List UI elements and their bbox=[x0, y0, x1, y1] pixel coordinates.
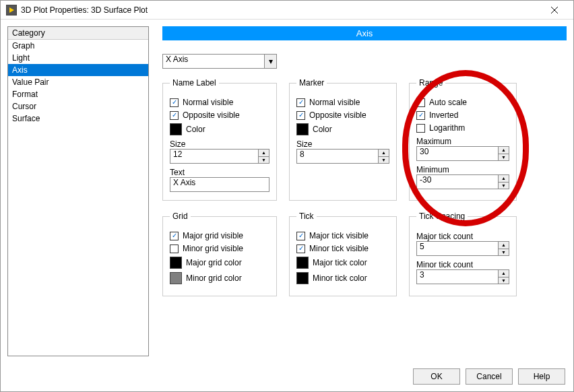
panel-title: Axis bbox=[162, 26, 567, 40]
checkbox-namelabel-normal[interactable] bbox=[170, 98, 179, 107]
label-tickspacing-major: Major tick count bbox=[416, 232, 509, 241]
window-title: 3D Plot Properties: 3D Surface Plot bbox=[21, 5, 148, 15]
input-tickspacing-major[interactable]: 5 ▲▼ bbox=[416, 241, 509, 256]
category-item-cursor[interactable]: Cursor bbox=[8, 100, 148, 112]
label-range-max: Maximum bbox=[416, 137, 509, 146]
main-panel: Axis X Axis ▾ Name Label Normal visible … bbox=[162, 26, 567, 356]
input-namelabel-text[interactable]: X Axis bbox=[170, 177, 269, 192]
axis-selector-value: X Axis bbox=[166, 55, 188, 64]
help-button[interactable]: Help bbox=[518, 368, 565, 385]
checkbox-range-logarithm[interactable] bbox=[416, 124, 425, 133]
category-item-axis[interactable]: Axis bbox=[8, 64, 148, 76]
label-tick-major: Major tick visible bbox=[309, 231, 369, 240]
label-marker-size: Size bbox=[296, 139, 389, 149]
checkbox-grid-major[interactable] bbox=[170, 232, 179, 240]
label-namelabel-opposite: Opposite visible bbox=[183, 110, 240, 120]
checkbox-namelabel-opposite[interactable] bbox=[170, 111, 179, 120]
category-item-graph[interactable]: Graph bbox=[8, 40, 148, 52]
color-swatch-tick-minor[interactable] bbox=[296, 272, 309, 284]
spinner-icon[interactable]: ▲▼ bbox=[258, 150, 269, 163]
color-swatch-grid-minor[interactable] bbox=[170, 272, 182, 284]
checkbox-marker-opposite[interactable] bbox=[296, 111, 305, 120]
titlebar: 3D Plot Properties: 3D Surface Plot bbox=[1, 1, 573, 20]
axis-selector[interactable]: X Axis ▾ bbox=[162, 54, 277, 69]
category-item-light[interactable]: Light bbox=[8, 52, 148, 64]
label-range-min: Minimum bbox=[416, 165, 509, 174]
checkbox-range-autoscale[interactable] bbox=[416, 98, 425, 107]
label-namelabel-color: Color bbox=[186, 125, 205, 134]
checkbox-tick-minor[interactable] bbox=[296, 244, 305, 253]
category-tree: Category GraphLightAxisValue PairFormatC… bbox=[7, 26, 149, 356]
color-swatch-marker[interactable] bbox=[296, 123, 309, 135]
checkbox-grid-minor[interactable] bbox=[170, 244, 179, 253]
label-tick-major-color: Major tick color bbox=[313, 258, 367, 267]
input-range-min[interactable]: -30 ▲▼ bbox=[416, 174, 509, 189]
label-grid-major-color: Major grid color bbox=[186, 258, 242, 267]
spinner-icon[interactable]: ▲▼ bbox=[498, 175, 509, 189]
label-tick-minor-color: Minor tick color bbox=[313, 273, 367, 283]
input-marker-size[interactable]: 8 ▲▼ bbox=[296, 149, 389, 164]
input-namelabel-size[interactable]: 12 ▲▼ bbox=[170, 149, 269, 164]
legend-grid: Grid bbox=[170, 211, 191, 221]
label-grid-minor: Minor grid visible bbox=[183, 244, 243, 253]
group-tick-spacing: Tick Spacing Major tick count 5 ▲▼ Minor… bbox=[409, 211, 517, 296]
legend-name-label: Name Label bbox=[170, 78, 219, 88]
label-range-inverted: Inverted bbox=[429, 110, 458, 120]
category-header: Category bbox=[8, 27, 148, 40]
group-name-label: Name Label Normal visible Opposite visib… bbox=[162, 78, 277, 201]
input-range-max[interactable]: 30 ▲▼ bbox=[416, 146, 509, 161]
checkbox-tick-major[interactable] bbox=[296, 232, 305, 240]
label-grid-minor-color: Minor grid color bbox=[186, 273, 242, 283]
group-marker: Marker Normal visible Opposite visible C… bbox=[289, 78, 397, 201]
label-marker-opposite: Opposite visible bbox=[309, 110, 366, 120]
color-swatch-namelabel[interactable] bbox=[170, 123, 182, 135]
spinner-icon[interactable]: ▲▼ bbox=[378, 150, 389, 163]
label-namelabel-size: Size bbox=[170, 139, 269, 149]
close-button[interactable] bbox=[541, 1, 568, 20]
legend-tick-spacing: Tick Spacing bbox=[416, 211, 468, 221]
category-item-value-pair[interactable]: Value Pair bbox=[8, 76, 148, 88]
spinner-icon[interactable]: ▲▼ bbox=[498, 147, 509, 160]
chevron-down-icon: ▾ bbox=[264, 55, 276, 68]
legend-range: Range bbox=[416, 78, 445, 88]
label-marker-normal: Normal visible bbox=[309, 98, 360, 107]
color-swatch-tick-major[interactable] bbox=[296, 257, 309, 269]
label-grid-major: Major grid visible bbox=[183, 231, 243, 240]
label-marker-color: Color bbox=[313, 125, 332, 134]
label-tick-minor: Minor tick visible bbox=[309, 244, 369, 253]
spinner-icon[interactable]: ▲▼ bbox=[498, 242, 509, 255]
label-namelabel-normal: Normal visible bbox=[183, 98, 233, 107]
label-namelabel-text: Text bbox=[170, 168, 269, 177]
category-item-surface[interactable]: Surface bbox=[8, 112, 148, 125]
label-tickspacing-minor: Minor tick count bbox=[416, 260, 509, 269]
legend-tick: Tick bbox=[296, 211, 317, 221]
ok-button[interactable]: OK bbox=[413, 368, 460, 385]
close-icon bbox=[551, 7, 558, 13]
group-grid: Grid Major grid visible Minor grid visib… bbox=[162, 211, 277, 296]
checkbox-marker-normal[interactable] bbox=[296, 98, 305, 107]
checkbox-range-inverted[interactable] bbox=[416, 111, 425, 120]
label-range-autoscale: Auto scale bbox=[429, 98, 467, 107]
color-swatch-grid-major[interactable] bbox=[170, 257, 182, 269]
spinner-icon[interactable]: ▲▼ bbox=[498, 270, 509, 284]
group-tick: Tick Major tick visible Minor tick visib… bbox=[289, 211, 397, 296]
group-range: Range Auto scale Inverted Logarithm Maxi… bbox=[409, 78, 517, 201]
label-range-logarithm: Logarithm bbox=[429, 123, 465, 133]
category-list: GraphLightAxisValue PairFormatCursorSurf… bbox=[8, 40, 148, 125]
category-item-format[interactable]: Format bbox=[8, 88, 148, 100]
app-icon bbox=[6, 5, 17, 15]
cancel-button[interactable]: Cancel bbox=[466, 368, 513, 385]
input-tickspacing-minor[interactable]: 3 ▲▼ bbox=[416, 269, 509, 284]
bottom-button-bar: OK Cancel Help bbox=[1, 363, 573, 385]
legend-marker: Marker bbox=[296, 78, 327, 88]
